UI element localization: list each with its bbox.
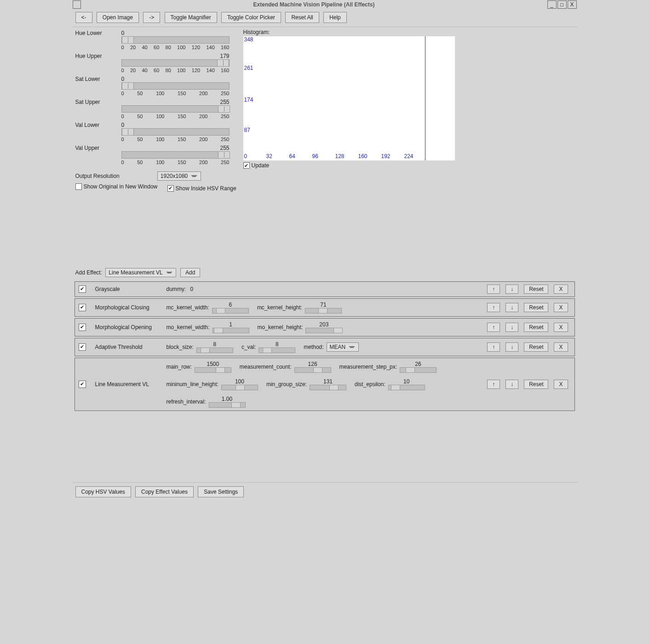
- effects-list: ✔Grayscaledummy: 0↑↓ResetX✔Morphological…: [72, 280, 578, 412]
- param-slider[interactable]: [195, 367, 231, 373]
- param-slider[interactable]: [209, 402, 246, 408]
- hist-x-tick: 0: [244, 153, 247, 160]
- effect-reset-button[interactable]: Reset: [524, 285, 548, 294]
- param-value: 126: [294, 361, 331, 367]
- param-dropdown[interactable]: MEAN: [327, 342, 359, 352]
- maximize-button[interactable]: □: [557, 0, 567, 9]
- effect-remove-button[interactable]: X: [554, 285, 568, 294]
- param-value: 131: [310, 378, 346, 385]
- param-slider[interactable]: [258, 348, 295, 353]
- open-image-button[interactable]: Open Image: [97, 12, 139, 23]
- effect-move-down-button[interactable]: ↓: [505, 342, 518, 352]
- slider-thumb[interactable]: [218, 105, 230, 113]
- toggle-magnifier-button[interactable]: Toggle Magnifier: [165, 12, 217, 23]
- effect-remove-button[interactable]: X: [554, 323, 568, 332]
- effect-reset-button[interactable]: Reset: [524, 323, 548, 332]
- slider-thumb[interactable]: [313, 367, 322, 373]
- slider-thumb[interactable]: [391, 385, 400, 390]
- slider-track[interactable]: [121, 128, 230, 136]
- effect-name: Morphological Opening: [95, 324, 167, 331]
- slider-thumb[interactable]: [218, 151, 230, 159]
- output-resolution-dropdown[interactable]: 1920x1080: [157, 171, 201, 181]
- slider-thumb[interactable]: [122, 36, 134, 44]
- effect-reset-button[interactable]: Reset: [524, 342, 548, 352]
- param-slider[interactable]: [213, 328, 249, 333]
- param-slider[interactable]: [310, 385, 346, 390]
- slider-thumb[interactable]: [216, 308, 225, 313]
- show-inside-hsv-label: Show Inside HSV Range: [176, 185, 236, 192]
- effect-move-up-button[interactable]: ↑: [487, 303, 500, 312]
- effect-move-up-button[interactable]: ↑: [487, 285, 500, 294]
- param-slider[interactable]: [305, 308, 342, 313]
- param-label: block_size:: [167, 344, 194, 350]
- effect-remove-button[interactable]: X: [554, 380, 568, 389]
- effect-name: Morphological Closing: [95, 304, 167, 311]
- slider-track[interactable]: [121, 59, 230, 67]
- minimize-button[interactable]: _: [547, 0, 557, 9]
- param-slider[interactable]: [294, 367, 331, 373]
- help-button[interactable]: Help: [323, 12, 347, 23]
- forward-button[interactable]: ->: [143, 12, 160, 23]
- effect-move-down-button[interactable]: ↓: [505, 380, 518, 389]
- output-resolution-value: 1920x1080: [161, 173, 188, 179]
- slider-thumb[interactable]: [216, 367, 225, 373]
- slider-thumb[interactable]: [231, 402, 241, 408]
- slider-track[interactable]: [121, 36, 230, 44]
- param-slider[interactable]: [400, 367, 436, 373]
- save-settings-button[interactable]: Save Settings: [198, 486, 244, 497]
- slider-thumb[interactable]: [214, 328, 223, 333]
- slider-track[interactable]: [121, 82, 230, 90]
- param-slider[interactable]: [305, 328, 342, 333]
- effect-enable-checkbox[interactable]: ✔: [79, 381, 86, 388]
- effect-move-down-button[interactable]: ↓: [505, 303, 518, 312]
- back-button[interactable]: <-: [75, 12, 92, 23]
- param-slider[interactable]: [388, 385, 425, 390]
- slider-thumb[interactable]: [217, 59, 229, 67]
- slider-track[interactable]: [121, 151, 230, 159]
- slider-thumb[interactable]: [201, 348, 210, 353]
- toggle-colorpicker-button[interactable]: Toggle Color Picker: [221, 12, 281, 23]
- effect-move-down-button[interactable]: ↓: [505, 285, 518, 294]
- effect-enable-checkbox[interactable]: ✔: [79, 285, 86, 293]
- param-slider[interactable]: [212, 308, 249, 313]
- param-slider[interactable]: [196, 348, 233, 353]
- slider-thumb[interactable]: [329, 385, 339, 390]
- effect-enable-checkbox[interactable]: ✔: [79, 324, 86, 331]
- effect-move-up-button[interactable]: ↑: [487, 380, 500, 389]
- effect-move-up-button[interactable]: ↑: [487, 323, 500, 332]
- param-slider[interactable]: [221, 385, 258, 390]
- reset-all-button[interactable]: Reset All: [285, 12, 319, 23]
- hist-y-tick: 348: [244, 36, 253, 43]
- slider-thumb[interactable]: [122, 128, 134, 136]
- hist-x-tick: 224: [404, 153, 414, 160]
- histogram-update-checkbox[interactable]: ✔Update: [243, 162, 270, 169]
- show-original-checkbox[interactable]: Show Original in New Window: [75, 183, 158, 190]
- slider-track[interactable]: [121, 105, 230, 113]
- effect-remove-button[interactable]: X: [554, 342, 568, 352]
- add-effect-button[interactable]: Add: [180, 268, 200, 277]
- slider-thumb[interactable]: [263, 348, 272, 353]
- slider-thumb[interactable]: [406, 367, 415, 373]
- effect-row: ✔Line Measurement VLmain_row:1500measure…: [75, 358, 575, 411]
- slider-thumb[interactable]: [318, 308, 327, 313]
- copy-hsv-button[interactable]: Copy HSV Values: [75, 486, 131, 497]
- hist-y-tick: 261: [244, 65, 253, 71]
- effect-enable-checkbox[interactable]: ✔: [79, 343, 86, 351]
- slider-thumb[interactable]: [235, 385, 245, 390]
- effect-row: ✔Morphological Closingmc_kernel_width:6m…: [75, 298, 575, 317]
- effect-remove-button[interactable]: X: [554, 303, 568, 312]
- effect-row: ✔Morphological Openingmo_kernel_width:1m…: [75, 318, 575, 336]
- show-inside-hsv-checkbox[interactable]: ✔Show Inside HSV Range: [167, 185, 236, 192]
- effect-move-down-button[interactable]: ↓: [505, 323, 518, 332]
- effect-reset-button[interactable]: Reset: [524, 380, 548, 389]
- copy-effect-button[interactable]: Copy Effect Values: [135, 486, 194, 497]
- effect-move-up-button[interactable]: ↑: [487, 342, 500, 352]
- add-effect-dropdown[interactable]: Line Measurement VL: [105, 268, 176, 277]
- slider-thumb[interactable]: [122, 82, 134, 90]
- slider-thumb[interactable]: [333, 328, 343, 333]
- close-button[interactable]: X: [568, 0, 577, 9]
- effect-enable-checkbox[interactable]: ✔: [79, 304, 86, 311]
- param-label: min_group_size:: [266, 381, 307, 388]
- hist-x-tick: 192: [381, 153, 391, 160]
- effect-reset-button[interactable]: Reset: [524, 303, 548, 312]
